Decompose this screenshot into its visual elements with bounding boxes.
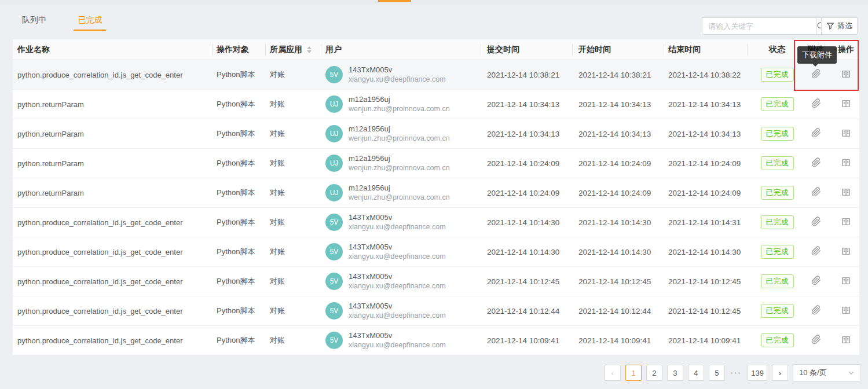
submit-time-cell: 2021-12-14 10:24:09 — [481, 159, 572, 168]
attachment-cell — [807, 246, 825, 258]
operation-object-cell: Python脚本 — [212, 247, 265, 257]
attachment-cell — [807, 335, 825, 346]
status-badge: 已完成 — [761, 186, 794, 200]
view-detail-icon[interactable] — [841, 276, 851, 286]
end-time-cell: 2021-12-14 10:14:30 — [664, 248, 747, 256]
sort-icon[interactable] — [307, 46, 312, 53]
download-attachment-icon[interactable] — [811, 216, 821, 226]
end-time-cell: 2021-12-14 10:12:45 — [664, 307, 747, 315]
table-header-row: 作业名称操作对象所属应用用户提交时间开始时间结束时间状态附件操作 — [13, 39, 859, 60]
top-strip — [0, 0, 868, 5]
view-detail-icon[interactable] — [841, 335, 851, 345]
table-row[interactable]: python.produce_correlation_id.js_get_cod… — [13, 208, 859, 237]
page-button-1[interactable]: 1 — [625, 365, 642, 381]
download-attachment-icon[interactable] — [811, 69, 821, 79]
user-email: wenjun.zhu@proinnova.com.cn — [349, 163, 450, 173]
column-header-1: 作业名称 — [13, 39, 212, 60]
download-attachment-tooltip: 下载附件 — [797, 46, 837, 64]
table-row[interactable]: python.produce_correlation_id.js_get_cod… — [13, 60, 859, 90]
view-detail-icon[interactable] — [841, 246, 851, 256]
table-row[interactable]: python.returnParam Python脚本 对账 UJ m12a19… — [13, 119, 859, 149]
view-detail-icon[interactable] — [841, 305, 851, 315]
avatar: 5V — [325, 302, 343, 320]
table-row[interactable]: python.returnParam Python脚本 对账 UJ m12a19… — [13, 149, 859, 178]
status-cell: 已完成 — [747, 97, 807, 111]
table-body: python.produce_correlation_id.js_get_cod… — [13, 60, 859, 355]
page-button-5[interactable]: 5 — [709, 365, 725, 381]
attachment-cell — [807, 305, 825, 317]
job-name-cell: python.produce_correlation_id.js_get_cod… — [13, 248, 212, 256]
status-badge: 已完成 — [761, 245, 794, 259]
view-detail-icon[interactable] — [841, 216, 851, 227]
view-detail-icon[interactable] — [841, 98, 851, 109]
view-detail-icon[interactable] — [841, 128, 851, 138]
prev-page-button[interactable]: ‹ — [605, 365, 621, 381]
tab-queued[interactable]: 队列中 — [22, 14, 46, 31]
download-attachment-icon[interactable] — [811, 98, 821, 108]
tab-bar: 队列中 已完成 筛选 — [0, 5, 868, 39]
download-attachment-icon[interactable] — [811, 128, 821, 138]
filter-button[interactable]: 筛选 — [821, 17, 858, 35]
start-time-cell: 2021-12-14 10:24:09 — [572, 189, 664, 197]
search-input[interactable] — [702, 17, 816, 35]
view-detail-icon[interactable] — [841, 187, 851, 197]
table-row[interactable]: python.produce_correlation_id.js_get_cod… — [13, 296, 859, 326]
app-cell: 对账 — [265, 217, 321, 227]
tab-completed[interactable]: 已完成 — [78, 14, 102, 31]
start-time-cell: 2021-12-14 10:34:13 — [572, 130, 664, 138]
submit-time-cell: 2021-12-14 10:09:41 — [481, 336, 572, 345]
username: 143TxM005v — [349, 301, 446, 311]
username: 143TxM005v — [349, 331, 446, 340]
page-button-4[interactable]: 4 — [688, 365, 704, 381]
operation-cell — [825, 246, 859, 258]
start-time-cell: 2021-12-14 10:12:45 — [572, 277, 664, 286]
download-attachment-icon[interactable] — [811, 305, 821, 315]
table-row[interactable]: python.produce_correlation_id.js_get_cod… — [13, 326, 859, 355]
username: m12a1956uj — [349, 183, 450, 193]
app-cell: 对账 — [265, 99, 321, 109]
submit-time-cell: 2021-12-14 10:24:09 — [481, 189, 572, 197]
job-name-cell: python.returnParam — [13, 189, 212, 197]
download-attachment-icon[interactable] — [811, 246, 821, 256]
attachment-cell — [807, 128, 825, 140]
operation-object-cell: Python脚本 — [212, 276, 265, 287]
download-attachment-icon[interactable] — [811, 335, 821, 344]
job-name-cell: python.produce_correlation_id.js_get_cod… — [13, 277, 212, 286]
operation-object-cell: Python脚本 — [212, 335, 265, 346]
table-row[interactable]: python.produce_correlation_id.js_get_cod… — [13, 267, 859, 296]
view-detail-icon[interactable] — [841, 69, 851, 79]
start-time-cell: 2021-12-14 10:14:30 — [572, 218, 664, 227]
download-attachment-icon[interactable] — [811, 276, 821, 285]
more-pages-ellipsis[interactable]: ••• — [730, 370, 744, 376]
user-cell: UJ m12a1956uj wenjun.zhu@proinnova.com.c… — [321, 183, 481, 203]
table-row[interactable]: python.produce_correlation_id.js_get_cod… — [13, 237, 859, 267]
user-email: xiangyu.xu@deepfinance.com — [349, 311, 446, 321]
avatar: UJ — [325, 184, 343, 201]
download-attachment-icon[interactable] — [811, 187, 821, 197]
page-button-2[interactable]: 2 — [646, 365, 662, 381]
operation-cell — [825, 276, 859, 288]
table-row[interactable]: python.returnParam Python脚本 对账 UJ m12a19… — [13, 178, 859, 208]
status-cell: 已完成 — [747, 304, 807, 318]
operation-cell — [825, 69, 859, 81]
username: m12a1956uj — [349, 124, 450, 134]
next-page-button[interactable]: › — [772, 365, 788, 381]
app-cell: 对账 — [265, 188, 321, 198]
page-button-last[interactable]: 139 — [748, 365, 767, 381]
status-badge: 已完成 — [761, 156, 794, 170]
column-header-3[interactable]: 所属应用 — [265, 39, 321, 60]
status-cell: 已完成 — [747, 127, 807, 141]
status-cell: 已完成 — [747, 333, 807, 347]
view-detail-icon[interactable] — [841, 157, 851, 168]
avatar: UJ — [325, 96, 343, 113]
table-row[interactable]: python.returnParam Python脚本 对账 UJ m12a19… — [13, 90, 859, 119]
page-size-select[interactable]: 10 条/页 — [793, 364, 861, 381]
download-attachment-icon[interactable] — [811, 157, 821, 167]
submit-time-cell: 2021-12-14 10:34:13 — [481, 130, 572, 138]
user-cell: 5V 143TxM005v xiangyu.xu@deepfinance.com — [321, 242, 481, 262]
submit-time-cell: 2021-12-14 10:12:45 — [481, 277, 572, 286]
operation-object-cell: Python脚本 — [212, 306, 265, 316]
page-button-3[interactable]: 3 — [667, 365, 683, 381]
status-badge: 已完成 — [761, 68, 794, 82]
job-name-cell: python.returnParam — [13, 100, 212, 109]
